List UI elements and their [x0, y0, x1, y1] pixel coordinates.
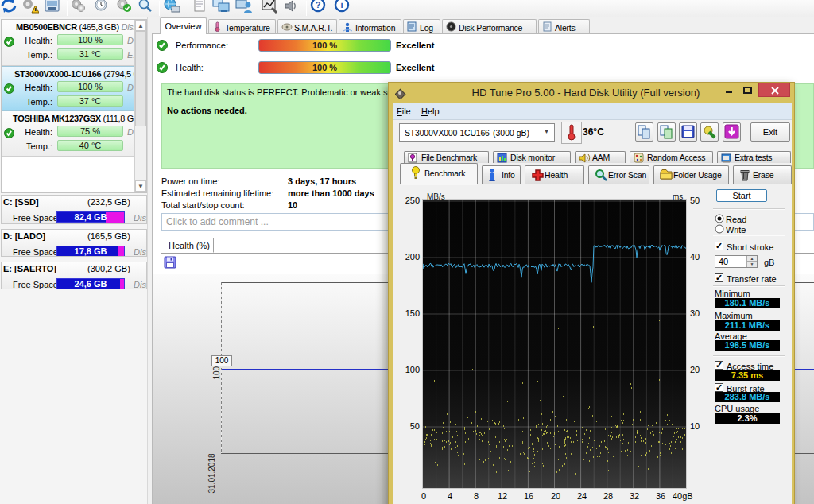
svg-text:i: i	[340, 0, 343, 10]
svg-text:?: ?	[316, 0, 321, 10]
